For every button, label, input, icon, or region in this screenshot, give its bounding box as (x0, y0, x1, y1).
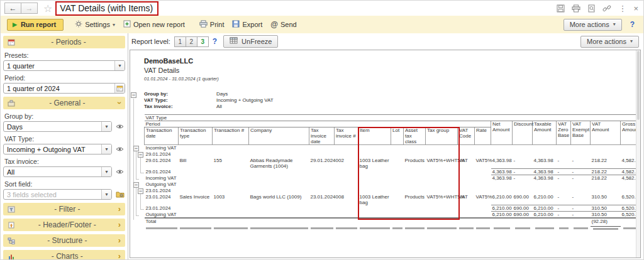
table-cell[interactable]: 310.50 (591, 194, 621, 205)
table-cell[interactable] (557, 181, 571, 188)
table-cell[interactable] (458, 175, 475, 181)
table-cell[interactable] (426, 145, 458, 151)
vat-type-select[interactable]: Incoming + Outgoing VAT▾ (3, 144, 112, 154)
link-icon[interactable] (602, 4, 611, 13)
presets-select[interactable]: 1 quarter ▾ (3, 60, 125, 71)
table-cell[interactable]: VAT (458, 158, 475, 169)
table-cell[interactable] (475, 169, 491, 175)
table-cell[interactable] (358, 212, 391, 219)
print-preview-icon[interactable] (587, 4, 596, 13)
table-cell[interactable] (533, 188, 557, 194)
table-cell[interactable] (179, 175, 213, 181)
group-by-select[interactable]: Days▾ (3, 121, 112, 132)
visibility-eye-icon[interactable] (114, 146, 125, 152)
table-cell[interactable]: Incoming VAT (145, 145, 179, 151)
tax-invoice-select[interactable]: All▾ (3, 166, 112, 177)
table-cell[interactable] (458, 218, 475, 226)
table-cell[interactable]: - (571, 169, 591, 175)
print-button[interactable]: Print (196, 19, 228, 30)
table-cell[interactable] (426, 175, 458, 181)
table-cell[interactable]: Incoming VAT (145, 175, 179, 181)
table-cell[interactable]: VAT5% (475, 194, 491, 205)
table-cell[interactable] (458, 169, 475, 175)
collapse-icon[interactable]: − (133, 182, 139, 188)
table-cell[interactable]: - (557, 194, 571, 205)
help-button[interactable]: ? (630, 20, 635, 29)
sidebar-section-structure[interactable]: - Structure -› (3, 234, 125, 247)
table-cell[interactable] (249, 145, 309, 151)
table-cell[interactable]: 218.22 (591, 175, 621, 181)
table-cell[interactable]: 002 (335, 158, 358, 169)
table-cell[interactable] (309, 151, 335, 158)
table-cell[interactable] (571, 181, 591, 188)
table-cell[interactable] (213, 188, 249, 194)
table-cell[interactable] (391, 205, 404, 212)
table-cell[interactable]: 6,210.00 (491, 212, 513, 219)
table-cell[interactable] (391, 175, 404, 181)
table-cell[interactable]: Abbas Readymade Garments (1004) (249, 158, 309, 169)
table-cell[interactable]: - (557, 212, 571, 219)
table-cell[interactable] (533, 181, 557, 188)
report-level-3[interactable]: 3 (197, 36, 209, 47)
table-cell[interactable] (458, 205, 475, 212)
dropdown-button[interactable]: ▾ (101, 144, 111, 154)
table-cell[interactable] (335, 212, 358, 219)
table-cell[interactable]: 218.22 (591, 158, 621, 169)
table-cell[interactable]: Sales Invoice (179, 194, 213, 205)
table-cell[interactable] (475, 181, 491, 188)
table-cell[interactable] (491, 218, 513, 226)
table-cell[interactable]: 1003 Leather bag (358, 158, 391, 169)
table-cell[interactable] (179, 181, 213, 188)
table-cell[interactable] (571, 188, 591, 194)
table-cell[interactable] (309, 212, 335, 219)
table-cell[interactable]: 29.01.2024 (145, 151, 179, 158)
vertical-scrollbar[interactable] (636, 50, 640, 257)
table-cell[interactable]: 218.22 (591, 169, 621, 175)
table-cell[interactable] (391, 218, 404, 226)
send-button[interactable]: @ Send (267, 19, 299, 30)
report-more-actions-button[interactable]: More actions ▾ (580, 36, 639, 48)
table-cell[interactable] (249, 175, 309, 181)
table-cell[interactable] (458, 145, 475, 151)
table-cell[interactable] (475, 188, 491, 194)
table-cell[interactable] (335, 169, 358, 175)
export-button[interactable]: Export (229, 19, 265, 30)
table-cell[interactable] (335, 188, 358, 194)
table-cell[interactable] (213, 212, 249, 219)
table-cell[interactable] (475, 212, 491, 219)
table-cell[interactable] (475, 145, 491, 151)
table-cell[interactable] (249, 188, 309, 194)
table-cell[interactable] (591, 188, 621, 194)
table-cell[interactable] (557, 218, 571, 226)
table-cell[interactable] (335, 175, 358, 181)
table-cell[interactable] (309, 218, 335, 226)
table-cell[interactable] (533, 218, 557, 226)
kebab-menu-icon[interactable]: ⋮ (618, 4, 626, 13)
table-cell[interactable] (335, 181, 358, 188)
table-cell[interactable] (475, 205, 491, 212)
settings-button[interactable]: Settings ▾ (72, 19, 118, 30)
table-cell[interactable]: 23.01.2024 (309, 194, 335, 205)
table-cell[interactable]: 310.50 (591, 205, 621, 212)
table-cell[interactable]: 23.01.2024 (145, 205, 179, 212)
table-cell[interactable] (591, 181, 621, 188)
table-cell[interactable] (179, 169, 213, 175)
table-cell[interactable]: 6,210.00 (533, 194, 557, 205)
table-cell[interactable] (491, 188, 513, 194)
table-cell[interactable]: 008 (335, 194, 358, 205)
table-cell[interactable]: 1003 (213, 194, 249, 205)
table-cell[interactable]: - (513, 158, 533, 169)
table-cell[interactable] (249, 218, 309, 226)
sidebar-section-header-footer[interactable]: - Header/Footer -› (3, 219, 125, 231)
table-cell[interactable]: Bags world LLC (1009) (249, 194, 309, 205)
table-cell[interactable] (426, 205, 458, 212)
table-cell[interactable] (513, 145, 533, 151)
table-cell[interactable] (358, 145, 391, 151)
table-cell[interactable] (404, 212, 426, 219)
unfreeze-button[interactable]: UnFreeze (223, 35, 278, 48)
sidebar-section-general[interactable]: - General - › (3, 97, 125, 109)
table-cell[interactable] (309, 145, 335, 151)
table-cell[interactable]: - (571, 175, 591, 181)
collapse-icon[interactable]: − (131, 92, 136, 98)
print-icon[interactable] (572, 4, 580, 13)
